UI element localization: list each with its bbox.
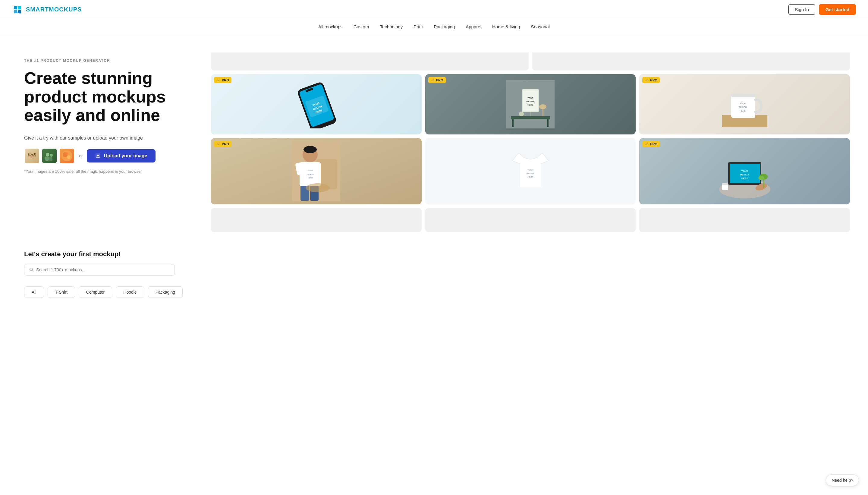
category-row: All T-Shirt Computer Hoodie Packaging (24, 286, 844, 298)
partial-card-1 (211, 52, 528, 70)
tshirt-mockup-svg: YOUR DESIGN HERE (506, 141, 555, 201)
mockup-card-laptop[interactable]: 👑 PRO YOUR DESIGN HERE (639, 138, 850, 204)
hero-tagline: THE #1 PRODUCT MOCKUP GENERATOR (24, 58, 199, 63)
first-mockup-title: Let's create your first mockup! (24, 250, 844, 258)
nav-packaging[interactable]: Packaging (434, 24, 455, 29)
sample-thumb-1[interactable]: BRAND RUNNER GO (24, 148, 40, 164)
svg-point-10 (67, 155, 71, 159)
svg-text:DESIGN: DESIGN (739, 106, 747, 108)
logo-text: SMARTMOCKUPS (26, 6, 82, 13)
hero-title: Create stunning product mockups easily a… (24, 69, 199, 124)
upload-row: BRAND RUNNER GO (24, 148, 199, 164)
svg-text:DESIGN: DESIGN (740, 173, 749, 176)
svg-rect-22 (511, 116, 550, 119)
category-computer[interactable]: Computer (79, 286, 112, 298)
header: SMARTMOCKUPS Sign In Get started (0, 0, 868, 19)
nav-technology[interactable]: Technology (380, 24, 403, 29)
logo[interactable]: SMARTMOCKUPS (12, 4, 82, 15)
svg-rect-24 (547, 119, 549, 127)
phone-mockup-svg: YOUR DESIGN HERE (295, 80, 337, 129)
svg-text:DESIGN: DESIGN (526, 100, 535, 102)
svg-text:HERE: HERE (742, 177, 748, 180)
svg-rect-0 (14, 6, 17, 10)
safety-note: *Your images are 100% safe, all the magi… (24, 169, 199, 174)
mug-mockup-svg: YOUR DESIGN HERE (722, 82, 767, 127)
svg-text:DESIGN: DESIGN (526, 172, 535, 174)
pro-badge-laptop: 👑 PRO (642, 141, 660, 147)
nav-print[interactable]: Print (414, 24, 423, 29)
mockup-card-person[interactable]: 👑 PRO Y (211, 138, 422, 204)
pro-badge-phone: 👑 PRO (214, 77, 231, 83)
svg-point-11 (65, 152, 68, 155)
hero-subtitle: Give it a try with our samples or upload… (24, 135, 199, 141)
nav-custom[interactable]: Custom (353, 24, 369, 29)
svg-point-5 (50, 154, 53, 157)
mockup-card-mug[interactable]: 👑 PRO YOUR DESIGN HERE (639, 74, 850, 134)
search-icon (29, 268, 34, 272)
svg-rect-23 (513, 119, 514, 127)
svg-rect-13 (96, 157, 100, 158)
svg-text:YOUR: YOUR (527, 169, 534, 171)
svg-text:HERE: HERE (527, 104, 534, 106)
svg-rect-2 (14, 10, 17, 13)
mockup-card-tshirt[interactable]: YOUR DESIGN HERE (425, 138, 636, 204)
svg-point-44 (303, 146, 317, 153)
signin-button[interactable]: Sign In (788, 4, 815, 15)
pro-badge-mug: 👑 PRO (642, 77, 660, 83)
svg-text:YOUR: YOUR (308, 170, 313, 172)
header-actions: Sign In Get started (788, 4, 856, 15)
category-hoodie[interactable]: Hoodie (116, 286, 144, 298)
partial-card-2 (532, 52, 850, 70)
person-mockup-svg: YOUR DESIGN HERE (292, 141, 340, 201)
svg-point-25 (519, 112, 524, 116)
nav-home-living[interactable]: Home & living (492, 24, 520, 29)
svg-rect-3 (17, 10, 21, 14)
laptop-mockup-svg: YOUR DESIGN HERE (719, 141, 770, 201)
svg-text:HERE: HERE (527, 176, 534, 178)
upload-button[interactable]: Upload your image (87, 149, 156, 163)
category-tshirt[interactable]: T-Shirt (48, 286, 75, 298)
main-section: THE #1 PRODUCT MOCKUP GENERATOR Create s… (0, 34, 868, 244)
nav-apparel[interactable]: Apparel (466, 24, 481, 29)
svg-point-4 (46, 153, 49, 156)
pro-badge-poster: 👑 PRO (428, 77, 446, 83)
getstarted-button[interactable]: Get started (819, 4, 856, 15)
mockup-card-phone[interactable]: 👑 PRO YOUR DESIGN HERE (211, 74, 422, 134)
category-all[interactable]: All (24, 286, 44, 298)
search-box[interactable] (24, 264, 175, 275)
pro-badge-person: 👑 PRO (214, 141, 231, 147)
partial-card-bottom-3 (639, 208, 850, 232)
svg-rect-7 (49, 157, 52, 161)
nav-all-mockups[interactable]: All mockups (318, 24, 343, 29)
main-nav: All mockups Custom Technology Print Pack… (0, 19, 868, 34)
svg-text:YOUR: YOUR (741, 170, 748, 172)
search-input[interactable] (36, 268, 170, 272)
svg-rect-6 (45, 156, 49, 161)
svg-rect-37 (731, 94, 755, 97)
svg-text:YOUR: YOUR (740, 102, 746, 105)
or-text: or (79, 153, 83, 158)
sample-thumb-3[interactable] (59, 148, 75, 164)
svg-rect-66 (722, 183, 728, 185)
mockup-card-poster[interactable]: 👑 PRO (425, 74, 636, 134)
hero-left: THE #1 PRODUCT MOCKUP GENERATOR Create s… (24, 52, 199, 232)
sample-thumb-2[interactable] (41, 148, 57, 164)
partial-card-bottom-2 (425, 208, 636, 232)
svg-point-34 (539, 104, 546, 109)
nav-seasonal[interactable]: Seasonal (531, 24, 550, 29)
svg-text:YOUR: YOUR (527, 97, 534, 99)
mockup-row-2: 👑 PRO Y (211, 138, 850, 204)
bottom-section: Let's create your first mockup! All T-Sh… (0, 244, 868, 310)
svg-text:HERE: HERE (308, 177, 313, 179)
mockup-row-3 (211, 208, 850, 232)
top-partial-row (211, 52, 850, 70)
svg-text:DESIGN: DESIGN (307, 173, 314, 175)
svg-rect-36 (731, 94, 755, 118)
svg-point-52 (306, 183, 330, 192)
svg-rect-1 (17, 6, 21, 9)
mockup-row-1: 👑 PRO YOUR DESIGN HERE (211, 74, 850, 134)
mockup-grid: 👑 PRO YOUR DESIGN HERE (211, 52, 850, 232)
svg-text:HERE: HERE (740, 110, 746, 112)
partial-card-bottom-1 (211, 208, 422, 232)
category-packaging[interactable]: Packaging (148, 286, 183, 298)
